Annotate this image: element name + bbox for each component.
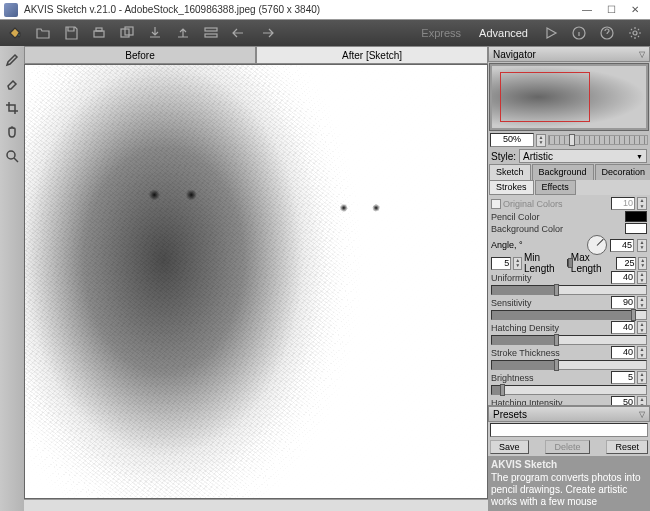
svg-rect-4 — [205, 28, 217, 31]
style-label: Style: — [491, 151, 516, 162]
save-preset-button[interactable]: Save — [490, 440, 529, 454]
batch-icon[interactable] — [116, 22, 138, 44]
svg-point-9 — [7, 151, 15, 159]
reset-preset-button[interactable]: Reset — [606, 440, 648, 454]
save-icon[interactable] — [60, 22, 82, 44]
svg-rect-5 — [205, 34, 217, 37]
left-toolbar — [0, 46, 24, 511]
presets-icon[interactable] — [200, 22, 222, 44]
pencil-color-swatch[interactable] — [625, 211, 647, 222]
presets-header[interactable]: Presets▽ — [488, 406, 650, 422]
navigator-header[interactable]: Navigator▽ — [488, 46, 650, 62]
info-icon[interactable] — [568, 22, 590, 44]
max-length-value[interactable]: 25 — [616, 257, 636, 270]
hatching-density-slider[interactable] — [491, 335, 647, 345]
import-icon[interactable] — [172, 22, 194, 44]
tab-sketch[interactable]: Sketch — [489, 164, 531, 180]
redo-icon[interactable] — [256, 22, 278, 44]
tab-effects[interactable]: Effects — [535, 180, 576, 195]
app-icon — [4, 3, 18, 17]
uniformity-slider[interactable] — [491, 285, 647, 295]
zoom-tool-icon[interactable] — [2, 146, 22, 166]
navigator-thumbnail[interactable] — [489, 63, 649, 131]
brightness-value[interactable]: 5 — [611, 371, 635, 384]
tab-before[interactable]: Before — [24, 46, 256, 64]
sensitivity-slider[interactable] — [491, 310, 647, 320]
main-toolbar: Express Advanced — [0, 20, 650, 46]
eraser-tool-icon[interactable] — [2, 74, 22, 94]
tab-decoration[interactable]: Decoration — [595, 164, 650, 180]
svg-rect-1 — [96, 28, 102, 31]
original-colors-checkbox[interactable] — [491, 199, 501, 209]
export-icon[interactable] — [144, 22, 166, 44]
delete-preset-button[interactable]: Delete — [545, 440, 589, 454]
close-button[interactable]: ✕ — [624, 3, 646, 17]
crop-tool-icon[interactable] — [2, 98, 22, 118]
settings-icon[interactable] — [624, 22, 646, 44]
canvas[interactable] — [24, 64, 488, 499]
tab-after[interactable]: After [Sketch] — [256, 46, 488, 64]
h-scrollbar[interactable] — [24, 499, 488, 511]
titlebar: AKVIS Sketch v.21.0 - AdobeStock_1609863… — [0, 0, 650, 20]
run-icon[interactable] — [540, 22, 562, 44]
angle-value[interactable]: 45 — [610, 239, 634, 252]
right-panel: Navigator▽ 50%▲▼ Style: Artistic▼ Sketch… — [488, 46, 650, 511]
stroke-thickness-slider[interactable] — [491, 360, 647, 370]
svg-rect-0 — [94, 31, 104, 37]
uniformity-value[interactable]: 40 — [611, 271, 635, 284]
presets-dropdown[interactable] — [490, 423, 648, 437]
sensitivity-value[interactable]: 90 — [611, 296, 635, 309]
hatching-intensity-value[interactable]: 50 — [611, 396, 635, 405]
zoom-select[interactable]: 50% — [490, 133, 534, 147]
window-title: AKVIS Sketch v.21.0 - AdobeStock_1609863… — [24, 4, 576, 15]
angle-dial[interactable] — [587, 235, 607, 255]
stroke-thickness-value[interactable]: 40 — [611, 346, 635, 359]
min-length-value[interactable]: 5 — [491, 257, 511, 270]
maximize-button[interactable]: ☐ — [600, 3, 622, 17]
tab-background[interactable]: Background — [532, 164, 594, 180]
help-icon[interactable] — [596, 22, 618, 44]
brightness-slider[interactable] — [491, 385, 647, 395]
advanced-mode[interactable]: Advanced — [473, 27, 534, 39]
print-icon[interactable] — [88, 22, 110, 44]
info-panel: AKVIS Sketch The program converts photos… — [488, 456, 650, 511]
zoom-spinner[interactable]: ▲▼ — [536, 134, 546, 147]
background-color-swatch[interactable] — [625, 223, 647, 234]
undo-icon[interactable] — [228, 22, 250, 44]
original-colors-value: 10 — [611, 197, 635, 210]
tab-strokes[interactable]: Strokes — [489, 180, 534, 195]
length-slider[interactable] — [567, 259, 569, 267]
sketch-preview — [25, 65, 487, 498]
hand-tool-icon[interactable] — [2, 122, 22, 142]
hatching-density-value[interactable]: 40 — [611, 321, 635, 334]
open-icon[interactable] — [32, 22, 54, 44]
pencil-tool-icon[interactable] — [2, 50, 22, 70]
bucket-icon[interactable] — [4, 22, 26, 44]
zoom-slider[interactable] — [548, 135, 648, 145]
express-mode[interactable]: Express — [415, 27, 467, 39]
minimize-button[interactable]: — — [576, 3, 598, 17]
style-dropdown[interactable]: Artistic▼ — [519, 149, 647, 163]
svg-point-8 — [633, 31, 637, 35]
